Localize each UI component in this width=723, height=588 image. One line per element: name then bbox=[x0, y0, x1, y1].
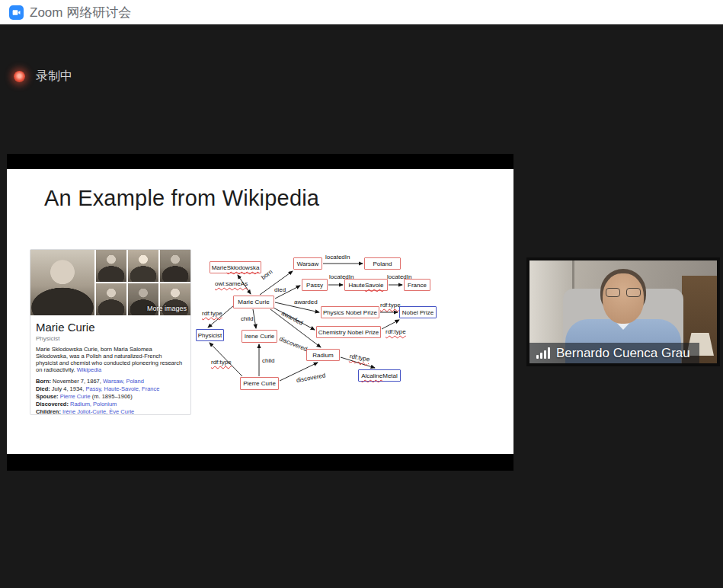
presentation-slide: An Example from Wikipedia More images Ma… bbox=[7, 169, 513, 454]
edge-label: locatedIn bbox=[325, 254, 350, 260]
edge-label: awarded bbox=[294, 299, 318, 305]
recording-dot-icon bbox=[14, 71, 25, 82]
graph-node-irene-curie: Irene Curie bbox=[242, 330, 277, 343]
edge-label: rdf:type bbox=[385, 328, 406, 335]
participant-name-bar: Bernardo Cuenca Grau bbox=[529, 343, 699, 363]
portrait-photo bbox=[96, 283, 126, 315]
graph-node-physics-nobel-prize: Physics Nobel Prize bbox=[321, 306, 379, 318]
graph-node-marie-sklodowska: Marie Skłodowska bbox=[210, 261, 261, 273]
infobox-field: Died: July 4, 1934, Passy, Haute-Savoie,… bbox=[36, 385, 185, 393]
graph-node-physicist: Physicist bbox=[196, 329, 224, 341]
recording-indicator: 录制中 bbox=[14, 69, 72, 85]
shared-screen: An Example from Wikipedia More images Ma… bbox=[7, 154, 513, 471]
edge-label: rdf:type bbox=[380, 302, 401, 308]
infobox-subtitle: Physicist bbox=[36, 335, 185, 342]
portrait-photo-large bbox=[30, 250, 94, 315]
graph-node-passy: Passy bbox=[302, 279, 328, 291]
portrait-photo bbox=[96, 250, 126, 282]
infobox-description: Marie Skłodowska Curie, born Maria Salom… bbox=[36, 346, 185, 373]
graph-node-france: France bbox=[404, 279, 430, 291]
edge-label: died bbox=[274, 286, 286, 293]
recording-label: 录制中 bbox=[36, 69, 72, 85]
graph-node-pierre-curie: Pierre Curie bbox=[240, 377, 279, 390]
infobox-field: Born: November 7, 1867, Warsaw, Poland bbox=[36, 378, 185, 385]
infobox-field: Children: Irène Joliot-Curie, Ève Curie bbox=[36, 408, 185, 416]
infobox-field: Discovered: Radium, Polonium bbox=[36, 401, 185, 408]
graph-node-radium: Radium bbox=[306, 349, 340, 361]
infobox-fields: Born: November 7, 1867, Warsaw, PolandDi… bbox=[36, 378, 185, 416]
edge-label: child bbox=[262, 357, 274, 364]
participant-name: Bernardo Cuenca Grau bbox=[556, 346, 690, 361]
signal-strength-icon bbox=[536, 347, 550, 359]
edge-label: rdf:type bbox=[202, 310, 222, 317]
wikipedia-infobox: More images Marie Curie Physicist Marie … bbox=[30, 249, 191, 415]
graph-node-haute-savoie: Haute Savoie bbox=[344, 279, 388, 291]
edge-label: rdf:type bbox=[211, 359, 232, 366]
participant-video[interactable]: Bernardo Cuenca Grau bbox=[526, 257, 720, 366]
meeting-stage: 录制中 An Example from Wikipedia More image… bbox=[0, 24, 723, 588]
graph-node-alcaline-metal: Alcaline Metal bbox=[358, 369, 401, 382]
edge-label: owl:sameAs bbox=[215, 280, 248, 287]
infobox-body: Marie Curie Physicist Marie Skłodowska C… bbox=[30, 321, 190, 416]
window-titlebar: Zoom 网络研讨会 bbox=[0, 0, 723, 24]
slide-title: An Example from Wikipedia bbox=[44, 186, 319, 211]
photo-collage: More images bbox=[30, 250, 190, 315]
graph-node-warsaw: Warsaw bbox=[293, 257, 322, 270]
infobox-name: Marie Curie bbox=[36, 321, 185, 334]
more-images-label: More images bbox=[147, 305, 187, 312]
speaker-head bbox=[603, 273, 644, 324]
speaker-glasses bbox=[606, 288, 641, 298]
graph-node-chemistry-nobel-prize: Chemistry Nobel Prize bbox=[316, 326, 381, 338]
graph-node-nobel-prize: Nobel Prize bbox=[399, 306, 437, 318]
portrait-photo bbox=[128, 250, 158, 282]
infobox-field: Spouse: Pierre Curie (m. 1895–1906) bbox=[36, 393, 185, 401]
graph-node-marie-curie: Marie Curie bbox=[233, 296, 274, 308]
window-title: Zoom 网络研讨会 bbox=[30, 4, 131, 21]
zoom-logo-icon bbox=[9, 5, 24, 20]
zoom-window: Zoom 网络研讨会 录制中 An Example from Wikipedia bbox=[0, 0, 723, 588]
edge-label: child bbox=[241, 315, 253, 322]
knowledge-graph: owl:sameAsbornlocatedIndiedlocatedInloca… bbox=[194, 251, 453, 404]
graph-node-poland: Poland bbox=[364, 257, 401, 270]
portrait-photo bbox=[160, 250, 190, 282]
